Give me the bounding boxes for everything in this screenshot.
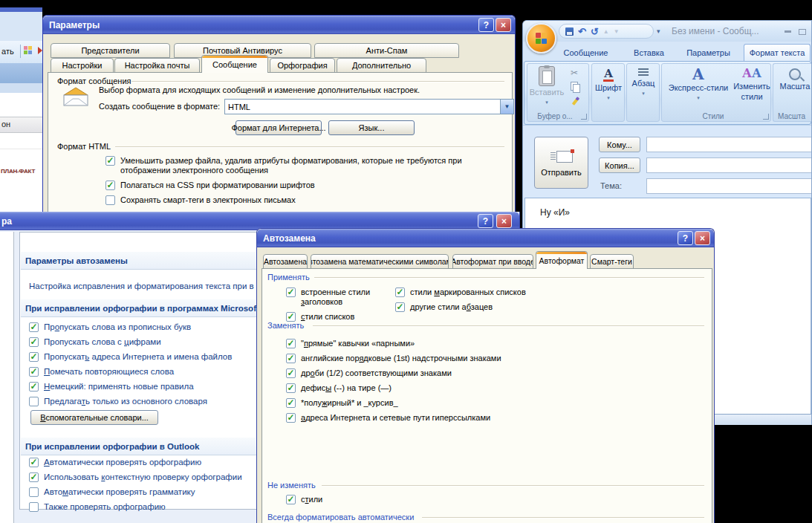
send-icon xyxy=(550,149,573,164)
cc-field[interactable] xyxy=(646,157,812,173)
font-label: Шрифт xyxy=(595,83,622,92)
tab-mail-setup[interactable]: Настройка почты xyxy=(114,58,200,73)
close-button[interactable]: × xyxy=(496,214,512,228)
checkbox-checked-icon[interactable]: ✓ xyxy=(29,322,39,332)
tab-predstaviteli[interactable]: Представители xyxy=(51,43,170,58)
dialog-launcher-icon[interactable] xyxy=(763,114,769,120)
paragraph-button[interactable]: Абзац ▾ xyxy=(629,68,658,98)
checkbox-checked-icon[interactable]: ✓ xyxy=(286,398,296,408)
help-button[interactable]: ? xyxy=(478,214,493,228)
message-format-combobox[interactable]: HTML ▼ xyxy=(224,99,514,114)
combobox-arrow-icon[interactable]: ▼ xyxy=(500,100,513,114)
icon-part: А xyxy=(742,66,752,80)
checkbox-checked-icon[interactable]: ✓ xyxy=(286,495,296,504)
change-styles-button[interactable]: АА Изменить стили xyxy=(733,67,770,101)
send-button[interactable]: Отправить xyxy=(534,137,588,189)
checkbox-row[interactable]: ✓*полужирный* и _курсив_ xyxy=(286,398,687,408)
qat-customize-icon[interactable]: ▾ xyxy=(657,27,660,35)
redo-icon[interactable]: ↺ xyxy=(591,27,599,36)
cut-icon[interactable]: ✂ xyxy=(571,68,578,78)
ribbon-tab-soobshchenie[interactable]: Сообщение xyxy=(554,44,617,61)
tab-avtoformat-pri-vvode[interactable]: Автоформат при вводе xyxy=(452,254,533,269)
tab-soobshchenie[interactable]: Сообщение xyxy=(201,55,268,73)
close-button[interactable]: × xyxy=(496,18,511,32)
undo-icon[interactable]: ↶ xyxy=(578,27,586,36)
autoformat-tab-page: Применять ✓встроенные стили заголовков✓с… xyxy=(262,268,712,523)
checkbox-unchecked-icon[interactable] xyxy=(105,195,115,205)
checkbox-checked-icon[interactable]: ✓ xyxy=(105,181,115,190)
tab-avtozamena-math[interactable]: Автозамена математическими символами xyxy=(311,254,449,269)
checkbox-row[interactable]: ✓"прямые" кавычки «парными» xyxy=(286,339,687,348)
tab-smart-tegi[interactable]: Смарт-теги xyxy=(590,254,634,269)
checkbox-checked-icon[interactable]: ✓ xyxy=(286,354,296,363)
internet-format-button[interactable]: Формат для Интернета... xyxy=(236,120,322,135)
checkbox-checked-icon[interactable]: ✓ xyxy=(395,288,405,297)
checkbox-checked-icon[interactable]: ✓ xyxy=(29,352,39,362)
quick-styles-button[interactable]: А Экспресс-стили ▾ xyxy=(665,67,732,103)
save-icon[interactable] xyxy=(565,27,574,36)
checkbox-row[interactable]: ✓дефисы (--) на тире (—) xyxy=(286,383,687,393)
ribbon-tab-parametry[interactable]: Параметры xyxy=(681,44,736,61)
close-button[interactable]: × xyxy=(695,231,710,245)
checkbox-checked-icon[interactable]: ✓ xyxy=(29,472,39,482)
font-button[interactable]: А Шрифт ▾ xyxy=(594,68,623,103)
to-button[interactable]: Кому... xyxy=(599,137,640,152)
checkbox-checked-icon[interactable]: ✓ xyxy=(105,156,115,166)
subject-field[interactable] xyxy=(646,178,812,194)
checkbox-row[interactable]: Сохранять смарт-теги в электронных письм… xyxy=(105,195,503,205)
checkbox-checked-icon[interactable]: ✓ xyxy=(395,302,405,312)
maximize-button[interactable] xyxy=(796,27,808,36)
language-button[interactable]: Язык... xyxy=(328,120,415,135)
tab-anti-spam[interactable]: Анти-Спам xyxy=(314,43,459,58)
paste-icon xyxy=(539,66,555,86)
office-button[interactable] xyxy=(526,23,556,53)
previous-item-icon[interactable]: ▲ xyxy=(603,27,609,36)
checkbox-row[interactable]: ✓адреса Интернета и сетевые пути гиперсс… xyxy=(286,413,687,423)
toolbar-button-fragment[interactable]: ать xyxy=(1,47,14,56)
checkbox-checked-icon[interactable]: ✓ xyxy=(286,339,296,348)
checkbox-checked-icon[interactable]: ✓ xyxy=(29,367,39,377)
tab-dopolnitelno[interactable]: Дополнительно xyxy=(337,58,426,73)
checkbox-row[interactable]: ✓другие стили абзацев xyxy=(395,302,559,312)
list-item-fragment[interactable]: ПЛАН-ФАКТ xyxy=(1,168,35,175)
checkbox-row[interactable]: ✓дроби (1/2) соответствующими знаками xyxy=(286,368,687,378)
dialog-launcher-icon[interactable] xyxy=(581,114,587,120)
checkbox-checked-icon[interactable]: ✓ xyxy=(29,458,39,467)
tab-avtoformat[interactable]: Автоформат xyxy=(536,251,588,269)
zoom-button[interactable]: Масшта xyxy=(778,68,812,91)
cc-button[interactable]: Копия... xyxy=(599,157,640,173)
checkbox-checked-icon[interactable]: ✓ xyxy=(286,383,296,393)
tab-nastroyki[interactable]: Настройки xyxy=(51,58,114,73)
checkbox-checked-icon[interactable]: ✓ xyxy=(286,368,296,378)
ribbon-tab-format-teksta[interactable]: Формат текста xyxy=(744,44,811,61)
checkbox-checked-icon[interactable]: ✓ xyxy=(286,413,296,423)
checkbox-row[interactable]: ✓Полагаться на CSS при форматировании шр… xyxy=(105,181,503,190)
checkbox-unchecked-icon[interactable] xyxy=(29,502,39,512)
to-field[interactable] xyxy=(646,137,812,152)
checkbox-unchecked-icon[interactable] xyxy=(29,487,39,497)
next-item-icon[interactable]: ▼ xyxy=(614,27,620,36)
checkbox-unchecked-icon[interactable] xyxy=(29,397,39,406)
tab-avtozamena[interactable]: Автозамена xyxy=(263,254,308,269)
ribbon-tab-vstavka[interactable]: Вставка xyxy=(625,44,673,61)
help-button[interactable]: ? xyxy=(478,18,494,32)
checkbox-row[interactable]: ✓встроенные стили заголовков xyxy=(286,288,394,307)
group-caption: Всегда форматировать автоматически xyxy=(267,513,414,522)
checkbox-row[interactable]: ✓стили xyxy=(286,495,509,504)
custom-dictionaries-button[interactable]: Вспомогательные словари... xyxy=(30,410,158,425)
checkbox-checked-icon[interactable]: ✓ xyxy=(286,288,296,297)
help-button[interactable]: ? xyxy=(678,231,693,245)
column-header-fragment[interactable]: он xyxy=(0,117,42,133)
options-dialog-titlebar[interactable]: Параметры xyxy=(43,16,515,34)
checkbox-checked-icon[interactable]: ✓ xyxy=(29,337,39,347)
minimize-button[interactable] xyxy=(782,27,793,36)
checkbox-row[interactable]: ✓английские порядковые (1st) надстрочным… xyxy=(286,354,687,363)
paste-button[interactable]: Вставить ▾ xyxy=(530,66,563,107)
autocorrect-dialog-titlebar[interactable]: Автозамена xyxy=(257,229,714,247)
checkbox-row[interactable]: ✓стили маркированных списков xyxy=(395,288,559,297)
tab-orfografiya[interactable]: Орфография xyxy=(270,58,335,73)
checkbox-checked-icon[interactable]: ✓ xyxy=(29,382,39,392)
checkbox-row[interactable]: ✓Уменьшить размер файла, удалив атрибуты… xyxy=(105,156,503,175)
icon-part xyxy=(542,39,547,44)
color-squares-icon[interactable] xyxy=(24,46,32,54)
